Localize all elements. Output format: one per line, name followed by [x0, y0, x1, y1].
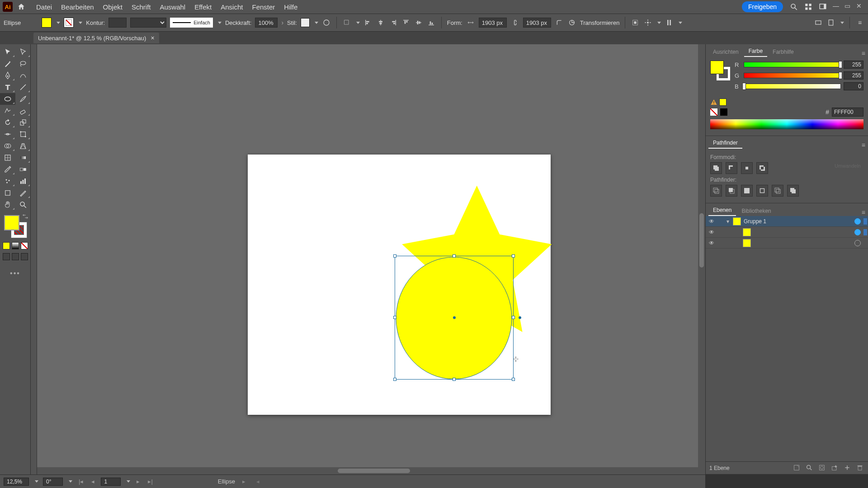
target-icon[interactable]: [854, 218, 861, 225]
draw-behind-icon[interactable]: [21, 253, 28, 260]
minus-front-button[interactable]: [726, 162, 737, 174]
minus-back-button[interactable]: [787, 185, 799, 197]
r-slider[interactable]: [744, 62, 841, 67]
align-dd[interactable]: [356, 22, 360, 24]
lasso-tool[interactable]: [15, 58, 31, 70]
b-slider[interactable]: [744, 84, 841, 89]
target-icon[interactable]: [854, 229, 861, 235]
out-of-gamut-icon[interactable]: [710, 99, 717, 106]
shape-builder-tool[interactable]: [0, 140, 15, 152]
tab-bibliotheken[interactable]: Bibliotheken: [737, 206, 775, 216]
exclude-button[interactable]: [756, 162, 768, 174]
stroke-profile-select[interactable]: [130, 18, 166, 28]
slice-tool[interactable]: [15, 187, 31, 199]
scrollbar-vertical[interactable]: [698, 44, 705, 467]
clip-mask-icon[interactable]: [818, 464, 826, 472]
curvature-tool[interactable]: [15, 70, 31, 81]
collapsed-left-panel[interactable]: [31, 44, 37, 474]
style-swatch[interactable]: [301, 18, 310, 27]
stroke-weight-input[interactable]: [108, 18, 127, 28]
handle-bl[interactable]: [393, 378, 396, 381]
handle-tl[interactable]: [393, 254, 396, 258]
search-icon[interactable]: [788, 1, 799, 12]
layers-menu-icon[interactable]: ≡: [862, 209, 865, 216]
target-icon[interactable]: [854, 240, 861, 246]
gradient-mode-icon[interactable]: [12, 242, 19, 249]
crop-button[interactable]: [756, 185, 768, 197]
search-layer-icon[interactable]: [806, 464, 814, 472]
workspace-icon[interactable]: [817, 1, 828, 12]
doc-setup-dd[interactable]: [840, 22, 844, 24]
align-right-icon[interactable]: [389, 18, 398, 27]
align-bottom-icon[interactable]: [427, 18, 436, 27]
color-panel-menu-icon[interactable]: ≡: [862, 50, 865, 57]
align-left-icon[interactable]: [363, 18, 373, 27]
status-more-icon[interactable]: ▸: [242, 478, 245, 485]
color-mode-icon[interactable]: [3, 242, 10, 249]
handle-bm[interactable]: [453, 378, 456, 381]
align-top-icon[interactable]: [401, 18, 410, 27]
scale-tool[interactable]: [15, 117, 31, 128]
link-wh-icon[interactable]: [510, 18, 519, 27]
shaper-tool[interactable]: [0, 105, 15, 117]
cp-fill-swatch[interactable]: [710, 61, 724, 74]
outline-button[interactable]: [772, 185, 783, 197]
edit-toolbar-icon[interactable]: •••: [0, 269, 30, 277]
stroke-dropdown[interactable]: [79, 22, 82, 24]
divide-button[interactable]: [710, 185, 722, 197]
new-layer-icon[interactable]: [844, 464, 852, 472]
fill-color-swatch[interactable]: [4, 215, 19, 230]
gradient-tool[interactable]: [15, 152, 31, 164]
stroke-style-select[interactable]: Einfach: [170, 18, 213, 28]
pref-icon[interactable]: [665, 18, 674, 27]
black-swatch[interactable]: [720, 108, 727, 116]
hex-input[interactable]: [832, 108, 863, 117]
close-button[interactable]: ✕: [856, 2, 865, 11]
none-swatch[interactable]: [710, 108, 717, 116]
handle-br[interactable]: [512, 378, 515, 381]
tab-farbhilfe[interactable]: Farbhilfe: [768, 47, 798, 57]
unite-button[interactable]: [710, 162, 722, 174]
handle-mr[interactable]: [512, 316, 515, 319]
close-tab-icon[interactable]: ×: [151, 34, 154, 42]
trim-button[interactable]: [726, 185, 737, 197]
shape-height-input[interactable]: [523, 18, 551, 28]
symbol-sprayer-tool[interactable]: [0, 175, 15, 187]
mesh-tool[interactable]: [0, 152, 15, 164]
tab-ausrichten[interactable]: Ausrichten: [708, 47, 743, 57]
pen-tool[interactable]: [0, 70, 15, 81]
opacity-more[interactable]: ›: [281, 19, 283, 26]
delete-layer-icon[interactable]: [856, 464, 864, 472]
g-slider[interactable]: [744, 73, 841, 78]
align-vcenter-icon[interactable]: [414, 18, 423, 27]
prev-artboard-icon[interactable]: ◂: [90, 478, 96, 485]
handle-tm[interactable]: [453, 254, 456, 258]
next-artboard-icon[interactable]: ▸: [135, 478, 142, 485]
new-sublayer-icon[interactable]: [831, 464, 839, 472]
fill-dropdown[interactable]: [57, 22, 60, 24]
menu-auswahl[interactable]: Auswahl: [155, 3, 190, 11]
intersect-button[interactable]: [741, 162, 753, 174]
scrollbar-horizontal[interactable]: [37, 467, 705, 474]
gpu-icon[interactable]: [814, 18, 823, 27]
corner-icon[interactable]: [555, 18, 564, 27]
menu-schrift[interactable]: Schrift: [127, 3, 156, 11]
tab-farbe[interactable]: Farbe: [744, 46, 767, 57]
rotation-input[interactable]: [43, 478, 63, 486]
status-prev[interactable]: ◂: [255, 478, 261, 485]
selection-bounding-box[interactable]: [395, 256, 514, 380]
artboard-tool[interactable]: [0, 187, 15, 199]
swap-fill-stroke-icon[interactable]: [22, 213, 28, 220]
last-artboard-icon[interactable]: ▸|: [146, 478, 154, 485]
panel-menu-icon[interactable]: ≡: [855, 18, 864, 27]
pathfinder-menu-icon[interactable]: ≡: [862, 141, 865, 149]
layer-row[interactable]: 👁▾Gruppe 1: [706, 216, 868, 227]
style-dropdown[interactable]: [315, 22, 318, 24]
locate-object-icon[interactable]: [793, 464, 801, 472]
artboard-number-input[interactable]: [101, 478, 121, 486]
rotation-dropdown[interactable]: [69, 480, 72, 483]
recolor-icon[interactable]: [322, 18, 331, 27]
share-button[interactable]: Freigeben: [742, 1, 783, 12]
zoom-dropdown[interactable]: [35, 480, 38, 483]
document-tab[interactable]: Unbenannt-1* @ 12,5 % (RGB/Vorschau) ×: [33, 33, 159, 43]
